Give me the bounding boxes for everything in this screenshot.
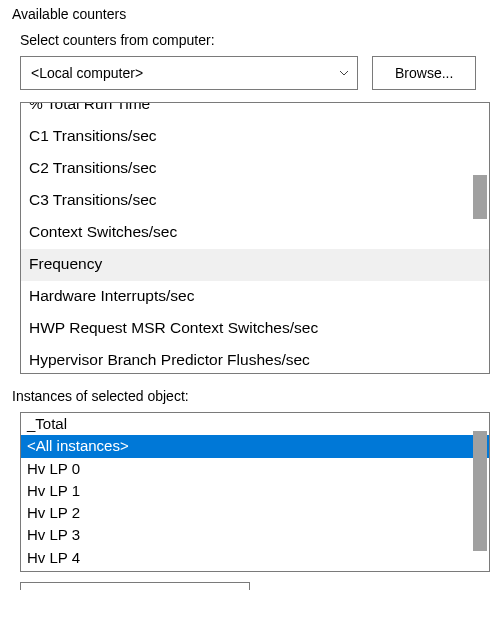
counters-scrollbar-thumb[interactable] xyxy=(473,175,487,219)
select-computer-label: Select counters from computer: xyxy=(20,32,492,48)
instances-scrollbar-thumb[interactable] xyxy=(473,431,487,551)
computer-combobox[interactable]: <Local computer> xyxy=(20,56,358,90)
counters-listbox[interactable]: % Total Run TimeC1 Transitions/secC2 Tra… xyxy=(20,102,490,374)
instances-listbox[interactable]: _Total<All instances>Hv LP 0Hv LP 1Hv LP… xyxy=(20,412,490,572)
search-field-stub[interactable] xyxy=(20,582,250,590)
counter-item[interactable]: Hardware Interrupts/sec xyxy=(21,281,489,313)
chevron-down-icon xyxy=(339,68,349,78)
counter-item[interactable]: C3 Transitions/sec xyxy=(21,185,489,217)
counter-item[interactable]: % Total Run Time xyxy=(21,102,489,121)
counter-item[interactable]: HWP Request MSR Context Switches/sec xyxy=(21,313,489,345)
computer-combobox-value: <Local computer> xyxy=(31,65,143,81)
counter-item[interactable]: Hypervisor Branch Predictor Flushes/sec xyxy=(21,345,489,374)
instance-item[interactable]: Hv LP 1 xyxy=(21,480,489,502)
instances-label: Instances of selected object: xyxy=(12,388,492,404)
counter-item[interactable]: Frequency xyxy=(21,249,489,281)
instance-item[interactable]: Hv LP 5 xyxy=(21,569,489,572)
counter-item[interactable]: C1 Transitions/sec xyxy=(21,121,489,153)
available-counters-heading: Available counters xyxy=(12,6,492,22)
instance-item[interactable]: Hv LP 4 xyxy=(21,547,489,569)
instance-item[interactable]: <All instances> xyxy=(21,435,489,457)
counter-item[interactable]: Context Switches/sec xyxy=(21,217,489,249)
instance-item[interactable]: Hv LP 3 xyxy=(21,524,489,546)
instance-item[interactable]: Hv LP 0 xyxy=(21,458,489,480)
instance-item[interactable]: _Total xyxy=(21,413,489,435)
counter-item[interactable]: C2 Transitions/sec xyxy=(21,153,489,185)
instance-item[interactable]: Hv LP 2 xyxy=(21,502,489,524)
browse-button[interactable]: Browse... xyxy=(372,56,476,90)
